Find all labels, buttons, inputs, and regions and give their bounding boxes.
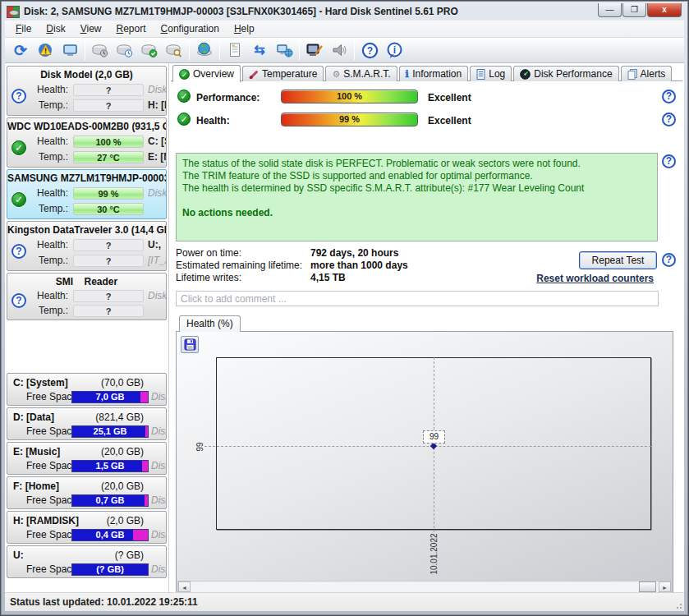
- toolbar-separator: [85, 40, 85, 60]
- menu-view[interactable]: View: [73, 21, 109, 36]
- free-space-label: Free Space: [26, 391, 77, 402]
- help-icon[interactable]: ?: [662, 113, 676, 126]
- info-icon: i: [386, 42, 403, 59]
- crosshair-horizontal: [204, 446, 651, 447]
- statusbar: Status last updated: 10.01.2022 19:25:11: [5, 592, 684, 611]
- tab-smart[interactable]: ⚙S.M.A.R.T.: [325, 66, 397, 81]
- thermometer-icon: [249, 69, 259, 80]
- disk-size: (931,5 GB): [131, 121, 166, 132]
- help-icon[interactable]: ?: [662, 90, 676, 103]
- health-rating: Excellent: [428, 115, 471, 126]
- volume-panel-c[interactable]: C: [System] (70,0 GB) Free Space 7,0 GB …: [7, 373, 167, 406]
- lifetime-writes-value: 4,15 TB: [310, 272, 346, 283]
- disk-panel-samsung-selected[interactable]: SAMSUNG MZ7LM1T9HMJP-00003 ✓ Health: 99 …: [7, 169, 167, 219]
- disk-panel-disk-model[interactable]: Disk Model (2,0 GB) ? Health: ? Disk: Te…: [7, 66, 167, 116]
- disk-accept-button[interactable]: [137, 39, 162, 62]
- disk-clock-button[interactable]: [113, 39, 137, 62]
- health-value: 100 %: [73, 136, 144, 148]
- svg-text:i: i: [393, 44, 395, 56]
- health-value: ?: [73, 84, 144, 96]
- tab-overview[interactable]: ✓Overview: [172, 65, 241, 82]
- volume-panel-f[interactable]: F: [Home] (20,0 GB) Free Space 0,7 GB Di…: [7, 476, 167, 509]
- temp-value: ?: [73, 99, 144, 112]
- performance-meter: 100 %: [281, 90, 418, 103]
- toolbar-separator: [189, 40, 190, 60]
- minimize-button[interactable]: —: [598, 3, 622, 17]
- network-button[interactable]: [272, 39, 296, 62]
- disk-name: SAMSUNG MZ7LM1T9HMJP-00003: [7, 172, 166, 184]
- log-icon: [476, 69, 485, 80]
- temp-value: 27 °C: [73, 151, 144, 163]
- disk-note: E: [M: [148, 151, 167, 163]
- reset-workload-counters-link[interactable]: Reset workload counters: [536, 273, 654, 284]
- scroll-right-arrow[interactable]: ►: [659, 582, 671, 592]
- menu-file[interactable]: File: [8, 21, 39, 36]
- volume-panel-h[interactable]: H: [RAMDISK] (2,0 GB) Free Space 0,4 GB …: [7, 511, 167, 544]
- disk-search-icon: [165, 42, 183, 58]
- tab-temperature[interactable]: Temperature: [242, 66, 324, 81]
- remote-monitor-button[interactable]: [302, 39, 327, 62]
- menu-configuration[interactable]: Configuration: [154, 21, 227, 36]
- chart-horizontal-scrollbar[interactable]: ◄ ►: [177, 581, 672, 593]
- window-title: Disk: 2, SAMSUNG MZ7LM1T9HMJP-00003 [S3L…: [24, 6, 458, 17]
- volume-panel-e[interactable]: E: [Music] (20,0 GB) Free Space 1,5 GB D…: [7, 442, 167, 475]
- maximize-button[interactable]: ❐: [622, 3, 646, 17]
- toolbar: ⟳ ⇆: [5, 38, 684, 63]
- disk-alert-button[interactable]: [33, 39, 57, 62]
- volume-size: (2,0 GB): [107, 515, 144, 526]
- save-chart-button[interactable]: [181, 336, 199, 353]
- menu-disk[interactable]: Disk: [39, 21, 72, 36]
- volume-name: E: [Music]: [13, 446, 60, 457]
- tab-disk-performance[interactable]: Disk Performance: [513, 66, 618, 81]
- information-icon: ℹ: [406, 68, 410, 80]
- resize-grip[interactable]: [673, 600, 682, 609]
- scrollbar-thumb[interactable]: [639, 582, 656, 592]
- disk-panel-smi-reader[interactable]: SMI Reader ? Health: ? Disk: Temp.: ?: [7, 273, 167, 320]
- tab-alerts[interactable]: Alerts: [621, 66, 673, 81]
- report-button[interactable]: [223, 39, 247, 62]
- help-button[interactable]: ?: [357, 39, 382, 62]
- volume-size: (70,0 GB): [101, 377, 144, 388]
- tab-information[interactable]: ℹInformation: [399, 66, 469, 81]
- disk-note: U:,: [148, 239, 167, 251]
- close-button[interactable]: x: [647, 3, 682, 17]
- help-icon[interactable]: ?: [662, 154, 676, 168]
- menu-report[interactable]: Report: [109, 21, 154, 36]
- volume-panel-u[interactable]: U: (? GB) Free Space (? GB) Disk:: [7, 545, 167, 578]
- temp-label: Temp.:: [7, 99, 68, 111]
- free-space-label: Free Space: [26, 494, 77, 506]
- disk-panel-kingston[interactable]: Kingston DataTraveler 3.0 (14,4 GB) ? He…: [7, 221, 167, 271]
- status-action: No actions needed.: [182, 207, 651, 219]
- disk-search-button[interactable]: [162, 39, 186, 62]
- tab-log[interactable]: Log: [470, 66, 512, 81]
- sync-mail-icon: ⇆: [254, 44, 264, 57]
- alerts-icon: [627, 69, 637, 80]
- performance-rating: Excellent: [428, 92, 471, 103]
- help-icon[interactable]: ?: [662, 253, 676, 267]
- disk-panel-wdc[interactable]: WDC WD10EADS-00M2B0 (931,5 GB) ✓ Health:…: [7, 117, 167, 168]
- menu-help[interactable]: Help: [227, 21, 262, 36]
- crosshair-vertical: [434, 357, 434, 549]
- info-button[interactable]: i: [382, 39, 407, 62]
- ok-status-icon: ✓: [177, 113, 191, 126]
- free-space-value: 7,0 GB: [72, 392, 148, 402]
- health-label: Health:: [7, 136, 68, 147]
- gauge-icon: [520, 69, 531, 80]
- status-last-updated: Status last updated: 10.01.2022 19:25:11: [10, 596, 198, 608]
- disk-globe-button[interactable]: [192, 39, 217, 62]
- disk-monitor-button[interactable]: [57, 39, 82, 62]
- chart-tab-health[interactable]: Health (%): [179, 315, 241, 332]
- disk-clock-icon: [116, 42, 134, 58]
- volume-panel-d[interactable]: D: [Data] (821,4 GB) Free Space 25,1 GB …: [7, 407, 167, 440]
- status-line: The health is determined by SSD specific…: [182, 182, 651, 195]
- globe-disk-icon: [195, 42, 214, 58]
- comment-input[interactable]: [176, 291, 659, 306]
- refresh-button[interactable]: ⟳: [8, 39, 33, 62]
- sync-mail-button[interactable]: ⇆: [247, 39, 272, 62]
- disk-delay-button[interactable]: [88, 39, 113, 62]
- scroll-left-arrow[interactable]: ◄: [178, 582, 191, 592]
- repeat-test-button[interactable]: Repeat Test: [579, 251, 657, 269]
- remote-monitor-icon: [305, 42, 324, 58]
- free-space-label: Free Space: [26, 425, 77, 437]
- sound-button[interactable]: [327, 39, 351, 62]
